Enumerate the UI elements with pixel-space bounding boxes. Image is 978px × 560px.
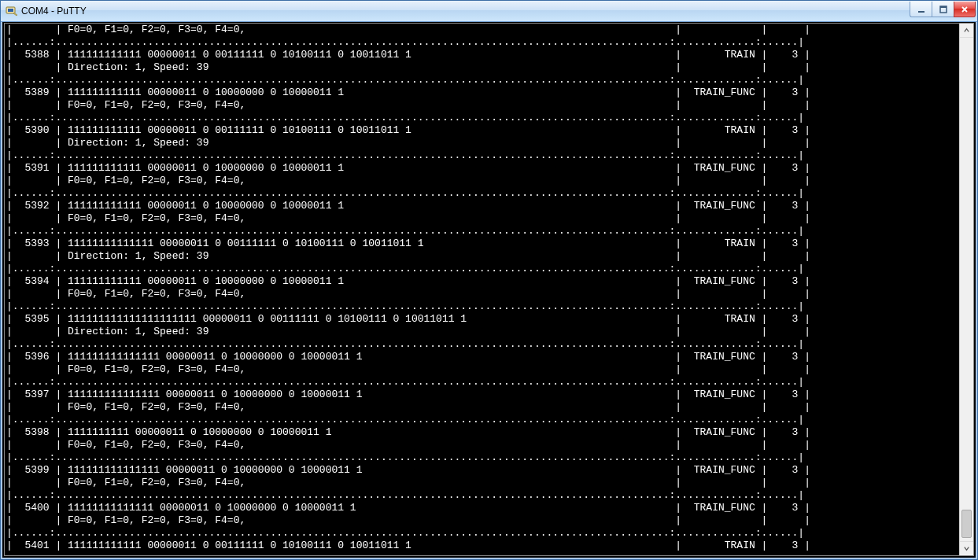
window-title: COM4 - PuTTY — [21, 1, 910, 21]
svg-rect-4 — [940, 6, 947, 8]
continuation-row: | | Direction: 1, Speed: 39 | | | — [6, 250, 958, 263]
putty-icon — [6, 5, 18, 17]
continuation-row: | | Direction: 1, Speed: 39 | | | — [6, 326, 958, 338]
maximize-icon — [939, 6, 947, 13]
maximize-button[interactable] — [932, 2, 954, 17]
separator-row: |......:................................… — [6, 112, 958, 124]
entry-row: | 5400 | 11111111111111 00000011 0 10000… — [6, 502, 958, 514]
close-button[interactable] — [954, 2, 976, 17]
entry-row: | 5398 | 1111111111 00000011 0 10000000 … — [6, 426, 958, 439]
entry-row: | 5391 | 111111111111 00000011 0 1000000… — [6, 162, 958, 175]
separator-row: |......:................................… — [6, 149, 958, 162]
separator-row: |......:................................… — [6, 187, 958, 200]
separator-row: |......:................................… — [6, 376, 958, 389]
separator-row: |......:................................… — [6, 489, 958, 502]
minimize-icon — [917, 6, 925, 13]
separator-row: |......:................................… — [6, 36, 958, 49]
entry-row: | 5392 | 111111111111 00000011 0 1000000… — [6, 200, 958, 212]
continuation-row: | | F0=0, F1=0, F2=0, F3=0, F4=0, | | | — [6, 175, 958, 187]
chevron-down-icon — [963, 545, 970, 552]
entry-row: | 5397 | 111111111111111 00000011 0 1000… — [6, 389, 958, 401]
window-buttons — [910, 2, 976, 17]
separator-row: |......:................................… — [6, 300, 958, 313]
window-frame: COM4 - PuTTY | | F0=0, F1=0, F2=0, F3=0,… — [0, 0, 978, 560]
entry-row: | 5390 | 111111111111 00000011 0 0011111… — [6, 124, 958, 137]
entry-row: | 5389 | 111111111111 00000011 0 1000000… — [6, 87, 958, 99]
chevron-up-icon — [963, 27, 970, 34]
terminal-output[interactable]: | | F0=0, F1=0, F2=0, F3=0, F4=0, | | ||… — [5, 24, 960, 555]
separator-row: |......:................................… — [6, 414, 958, 426]
entry-row: | 5401 | 111111111111 00000011 0 0011111… — [6, 540, 958, 552]
continuation-row: | | F0=0, F1=0, F2=0, F3=0, F4=0, | | | — [6, 401, 958, 414]
minimize-button[interactable] — [910, 2, 932, 17]
separator-row: |......:................................… — [6, 527, 958, 540]
entry-row: | 5394 | 111111111111 00000011 0 1000000… — [6, 275, 958, 288]
separator-row: |......:................................… — [6, 338, 958, 351]
separator-row: |......:................................… — [6, 74, 958, 87]
continuation-row: | | F0=0, F1=0, F2=0, F3=0, F4=0, | | | — [6, 212, 958, 225]
svg-rect-2 — [918, 11, 924, 13]
continuation-row: | | F0=0, F1=0, F2=0, F3=0, F4=0, | | | — [6, 439, 958, 451]
entry-row: | 5399 | 111111111111111 00000011 0 1000… — [6, 464, 958, 477]
entry-row: | 5388 | 111111111111 00000011 0 0011111… — [6, 49, 958, 61]
separator-row: |......:................................… — [6, 451, 958, 464]
separator-row: |......:................................… — [6, 225, 958, 238]
scroll-up-button[interactable] — [960, 24, 973, 38]
continuation-row: | | F0=0, F1=0, F2=0, F3=0, F4=0, | | | — [6, 363, 958, 376]
scroll-thumb[interactable] — [961, 510, 972, 538]
continuation-row: | | Direction: 1, Speed: 39 | | | — [6, 61, 958, 74]
continuation-row: | | F0=0, F1=0, F2=0, F3=0, F4=0, | | | — [6, 24, 958, 36]
continuation-row: | | F0=0, F1=0, F2=0, F3=0, F4=0, | | | — [6, 514, 958, 527]
entry-row: | 5393 | 11111111111111 00000011 0 00111… — [6, 238, 958, 250]
separator-row: |......:................................… — [6, 263, 958, 275]
scrollbar[interactable] — [959, 24, 973, 555]
scroll-down-button[interactable] — [960, 541, 973, 555]
continuation-row: | | F0=0, F1=0, F2=0, F3=0, F4=0, | | | — [6, 477, 958, 489]
entry-row: | 5396 | 111111111111111 00000011 0 1000… — [6, 351, 958, 363]
continuation-row: | | Direction: 1, Speed: 39 | | | — [6, 137, 958, 149]
continuation-row: | | F0=0, F1=0, F2=0, F3=0, F4=0, | | | — [6, 288, 958, 300]
close-icon — [961, 6, 969, 13]
terminal-area: | | F0=0, F1=0, F2=0, F3=0, F4=0, | | ||… — [4, 23, 974, 556]
continuation-row: | | F0=0, F1=0, F2=0, F3=0, F4=0, | | | — [6, 99, 958, 112]
titlebar[interactable]: COM4 - PuTTY — [1, 1, 977, 22]
entry-row: | 5395 | 111111111111111111111 00000011 … — [6, 313, 958, 326]
svg-rect-1 — [8, 9, 13, 12]
